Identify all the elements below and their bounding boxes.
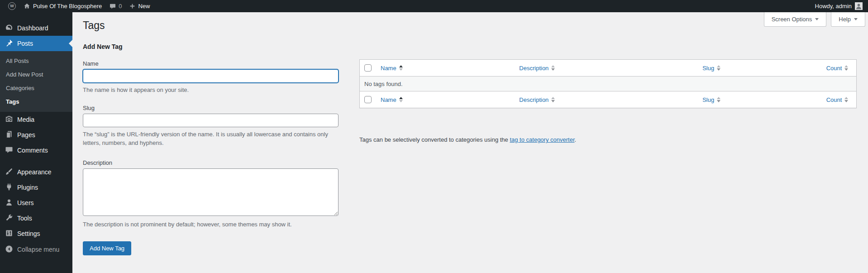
screen-options-label: Screen Options <box>772 16 812 23</box>
sidebar-item-comments[interactable]: Comments <box>0 143 72 158</box>
comment-count: 0 <box>119 3 122 10</box>
converter-note-after: . <box>575 136 577 143</box>
tags-table: Name Description Slug <box>359 59 857 108</box>
help-button[interactable]: Help <box>831 12 865 27</box>
form-heading: Add New Tag <box>83 43 339 50</box>
sidebar-item-label: Users <box>17 199 34 206</box>
tag-description-textarea[interactable] <box>83 168 339 216</box>
sort-by-count-link[interactable]: Count <box>826 96 849 103</box>
plus-icon <box>129 3 136 10</box>
tag-to-category-converter-link[interactable]: tag to category converter <box>510 136 574 143</box>
sidebar-item-label: Tools <box>17 215 32 222</box>
sidebar-item-label: Plugins <box>17 184 38 191</box>
pushpin-icon <box>5 38 14 49</box>
column-header-description: Description <box>519 96 548 103</box>
collapse-arrow-icon <box>5 244 14 255</box>
sidebar-item-media[interactable]: Media <box>0 112 72 127</box>
new-label: New <box>138 3 150 10</box>
admin-bar: W Pulse Of The Blogosphere 0 New Howdy, … <box>0 0 868 12</box>
sort-arrows-icon <box>399 65 403 71</box>
menu-separator <box>0 158 72 164</box>
sort-by-description-link[interactable]: Description <box>519 96 555 103</box>
howdy-text[interactable]: Howdy, admin <box>815 3 852 10</box>
sidebar-item-add-new-post[interactable]: Add New Post <box>0 68 72 81</box>
sidebar-item-label: Posts <box>17 40 33 47</box>
plugin-icon <box>5 182 14 193</box>
sidebar-item-posts[interactable]: Posts <box>0 36 72 51</box>
sort-by-slug-link[interactable]: Slug <box>702 65 720 72</box>
new-content-button[interactable]: New <box>125 0 153 12</box>
sort-arrows-icon <box>717 65 720 71</box>
pages-icon <box>5 130 14 140</box>
wordpress-logo: W <box>8 2 16 10</box>
site-name-link[interactable]: Pulse Of The Blogosphere <box>19 0 105 12</box>
tools-wrench-icon <box>5 213 14 224</box>
sort-by-slug-link[interactable]: Slug <box>702 96 720 103</box>
column-header-count: Count <box>826 96 842 103</box>
site-name: Pulse Of The Blogosphere <box>33 3 102 10</box>
sidebar-item-label: Dashboard <box>17 24 48 32</box>
users-icon <box>5 198 14 208</box>
tag-name-input[interactable] <box>83 69 339 83</box>
select-all-checkbox[interactable] <box>364 96 372 103</box>
sidebar-item-all-posts[interactable]: All Posts <box>0 54 72 68</box>
home-icon <box>23 2 31 10</box>
sidebar-item-label: Pages <box>17 131 35 139</box>
empty-table-message: No tags found. <box>360 77 857 91</box>
sidebar-item-users[interactable]: Users <box>0 195 72 211</box>
sidebar-item-pages[interactable]: Pages <box>0 127 72 143</box>
sidebar-item-categories[interactable]: Categories <box>0 81 72 95</box>
dashboard-icon <box>5 23 14 34</box>
screen-options-button[interactable]: Screen Options <box>764 12 827 27</box>
column-header-description: Description <box>519 65 548 72</box>
sort-arrows-icon <box>844 97 848 102</box>
sort-by-description-link[interactable]: Description <box>519 65 555 72</box>
settings-sliders-icon <box>5 229 14 239</box>
column-header-name: Name <box>381 96 396 103</box>
sort-arrows-icon <box>399 97 403 102</box>
sidebar-item-plugins[interactable]: Plugins <box>0 180 72 195</box>
comments-bubble-icon <box>109 3 116 10</box>
sort-by-name-link[interactable]: Name <box>381 96 403 103</box>
sidebar-item-appearance[interactable]: Appearance <box>0 164 72 180</box>
avatar[interactable] <box>855 2 863 10</box>
sort-by-name-link[interactable]: Name <box>381 65 403 72</box>
comments-admin-bar-link[interactable]: 0 <box>105 0 125 12</box>
sidebar-item-settings[interactable]: Settings <box>0 226 72 241</box>
select-all-checkbox[interactable] <box>364 64 372 72</box>
description-help-text: The description is not prominent by defa… <box>83 220 339 229</box>
table-row: No tags found. <box>360 77 857 91</box>
current-menu-arrow <box>65 40 72 47</box>
sidebar-item-label: Appearance <box>17 168 52 176</box>
column-header-slug: Slug <box>702 65 714 72</box>
converter-note-before: Tags can be selectively converted to cat… <box>359 136 510 143</box>
description-label: Description <box>83 159 339 166</box>
table-footer-row: Name Description Slug <box>360 91 857 108</box>
column-header-slug: Slug <box>702 96 714 103</box>
screen-meta-tabs: Screen Options Help <box>764 12 865 27</box>
sort-arrows-icon <box>551 97 555 102</box>
comments-icon <box>5 145 14 156</box>
sidebar-item-dashboard[interactable]: Dashboard <box>0 20 72 36</box>
help-label: Help <box>839 16 851 23</box>
column-header-name: Name <box>381 65 396 72</box>
tags-list-panel: Name Description Slug <box>359 32 857 143</box>
table-header-row: Name Description Slug <box>360 60 857 77</box>
sidebar-item-label: Comments <box>17 147 48 154</box>
page-title: Tags <box>83 19 857 32</box>
main-content: Tags Add New Tag Name The name is how it… <box>72 12 868 273</box>
sidebar-item-tools[interactable]: Tools <box>0 211 72 226</box>
chevron-down-icon <box>815 18 819 20</box>
tag-slug-input[interactable] <box>83 114 339 127</box>
sort-arrows-icon <box>844 65 848 71</box>
slug-help-text: The “slug” is the URL-friendly version o… <box>83 130 339 148</box>
admin-menu: Dashboard Posts All Posts Add New Post C… <box>0 12 72 273</box>
wordpress-menu[interactable]: W <box>5 0 19 12</box>
add-new-tag-button[interactable]: Add New Tag <box>83 241 131 255</box>
sidebar-item-tags[interactable]: Tags <box>0 95 72 109</box>
collapse-menu-label: Collapse menu <box>17 246 59 253</box>
posts-submenu: All Posts Add New Post Categories Tags <box>0 51 72 112</box>
collapse-menu-button[interactable]: Collapse menu <box>0 242 72 257</box>
appearance-brush-icon <box>5 167 14 177</box>
sort-by-count-link[interactable]: Count <box>826 65 849 72</box>
